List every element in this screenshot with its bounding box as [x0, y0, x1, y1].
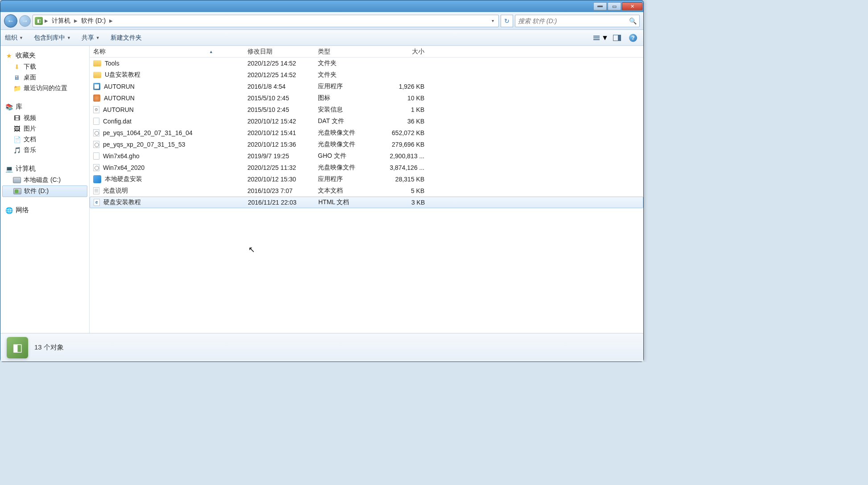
- maximize-button[interactable]: ▭: [608, 2, 621, 10]
- file-date: 2015/5/10 2:45: [244, 106, 314, 113]
- iso-icon: [93, 129, 99, 136]
- address-bar[interactable]: ◧ ▶ 计算机 ▶ 软件 (D:) ▶ ▾: [33, 15, 499, 27]
- sidebar-item-label: 音乐: [24, 146, 36, 154]
- favorites-group: ★收藏夹 ⬇下载 🖥桌面 📁最近访问的位置: [0, 49, 89, 94]
- file-date: 2020/10/12 15:42: [244, 118, 314, 125]
- file-name: 硬盘安装教程: [103, 198, 141, 206]
- file-name: 本地硬盘安装: [105, 175, 142, 183]
- file-row[interactable]: Config.dat2020/10/12 15:42DAT 文件36 KB: [90, 115, 643, 127]
- address-dropdown-icon[interactable]: ▾: [489, 18, 497, 23]
- file-row[interactable]: pe_yqs_xp_20_07_31_15_532020/10/12 15:36…: [90, 139, 643, 150]
- search-input[interactable]: [518, 17, 629, 25]
- file-row[interactable]: 本地硬盘安装2020/10/12 15:30应用程序28,315 KB: [90, 173, 643, 185]
- preview-pane-button[interactable]: [611, 33, 623, 43]
- iso-icon: [93, 141, 99, 148]
- column-header-name[interactable]: 名称▲: [90, 48, 244, 56]
- refresh-icon: ↻: [504, 17, 510, 25]
- refresh-button[interactable]: ↻: [501, 15, 513, 27]
- folder-icon: [93, 60, 101, 66]
- sidebar-item-recent[interactable]: 📁最近访问的位置: [0, 83, 89, 94]
- file-type: 光盘映像文件: [314, 129, 384, 137]
- file-row[interactable]: AUTORUN2015/5/10 2:45图标10 KB: [90, 92, 643, 104]
- close-button[interactable]: ✕: [622, 2, 642, 10]
- file-size: 3 KB: [384, 199, 429, 206]
- column-date-label: 修改日期: [247, 48, 272, 55]
- file-name: Config.dat: [103, 118, 132, 125]
- file-size: 2,900,813 ...: [384, 152, 428, 160]
- sidebar-item-label: 文档: [24, 136, 36, 144]
- file-list-area[interactable]: 名称▲ 修改日期 类型 大小 Tools2020/12/25 14:52文件夹U…: [90, 46, 643, 333]
- column-header-size[interactable]: 大小: [384, 48, 428, 56]
- file-row[interactable]: 硬盘安装教程2016/11/21 22:03HTML 文档3 KB: [90, 197, 643, 208]
- exe-icon: [93, 83, 100, 90]
- column-headers: 名称▲ 修改日期 类型 大小: [90, 46, 643, 58]
- toolbar-include-in-library[interactable]: 包含到库中▼: [34, 34, 71, 42]
- favorites-header[interactable]: ★收藏夹: [0, 49, 89, 62]
- file-type: 文件夹: [314, 59, 384, 67]
- drive-icon: ◧: [35, 17, 43, 25]
- chevron-right-icon[interactable]: ▶: [74, 18, 78, 23]
- toolbar-organize-label: 组织: [5, 34, 17, 42]
- breadcrumb-drive[interactable]: 软件 (D:): [79, 17, 107, 25]
- preview-pane-icon: [613, 35, 621, 41]
- sidebar-item-documents[interactable]: 📄文档: [0, 134, 89, 145]
- file-icon: [93, 152, 99, 160]
- html-icon: [94, 199, 100, 206]
- sidebar-item-music[interactable]: 🎵音乐: [0, 145, 89, 156]
- file-row[interactable]: Tools2020/12/25 14:52文件夹: [90, 58, 643, 69]
- file-name: 光盘说明: [103, 187, 128, 195]
- view-mode-button[interactable]: ▼: [595, 33, 607, 43]
- toolbar-organize[interactable]: 组织▼: [5, 34, 23, 42]
- file-row[interactable]: Win7x64_20202020/12/25 11:32光盘映像文件3,874,…: [90, 162, 643, 173]
- file-date: 2020/12/25 11:32: [244, 164, 314, 171]
- toolbar-share[interactable]: 共享▼: [82, 34, 100, 42]
- column-header-type[interactable]: 类型: [314, 48, 384, 56]
- toolbar-new-folder[interactable]: 新建文件夹: [111, 34, 142, 42]
- chevron-right-icon[interactable]: ▶: [109, 18, 113, 23]
- file-type: 安装信息: [314, 106, 384, 114]
- drive-icon: [13, 177, 21, 183]
- file-row[interactable]: AUTORUN2015/5/10 2:45安装信息1 KB: [90, 104, 643, 115]
- computer-header[interactable]: 💻计算机: [0, 163, 89, 175]
- download-icon: ⬇: [13, 63, 21, 71]
- file-name: pe_yqs_xp_20_07_31_15_53: [103, 141, 185, 148]
- toolbar-include-label: 包含到库中: [34, 34, 65, 42]
- iso-icon: [93, 164, 99, 171]
- document-icon: 📄: [13, 136, 21, 144]
- file-row[interactable]: U盘安装教程2020/12/25 14:52文件夹: [90, 69, 643, 81]
- sidebar-item-drive-c[interactable]: 本地磁盘 (C:): [0, 175, 89, 185]
- file-type: 光盘映像文件: [314, 164, 384, 172]
- back-button[interactable]: ←: [4, 14, 17, 28]
- sidebar-item-videos[interactable]: 🎞视频: [0, 113, 89, 123]
- maximize-icon: ▭: [612, 4, 617, 9]
- chevron-right-icon[interactable]: ▶: [45, 18, 48, 23]
- minimize-button[interactable]: ➖: [593, 2, 607, 10]
- file-size: 652,072 KB: [384, 129, 428, 136]
- column-header-date[interactable]: 修改日期: [244, 48, 314, 56]
- file-size: 1,926 KB: [384, 83, 428, 90]
- network-group: 🌐网络: [0, 204, 89, 216]
- sidebar-item-drive-d[interactable]: 软件 (D:): [2, 185, 87, 197]
- search-icon[interactable]: 🔍: [629, 17, 637, 25]
- file-name: Tools: [105, 60, 119, 67]
- file-row[interactable]: AUTORUN2016/1/8 4:54应用程序1,926 KB: [90, 81, 643, 92]
- chevron-down-icon: ▼: [96, 36, 100, 40]
- chevron-down-icon: ▼: [67, 36, 71, 40]
- computer-label: 计算机: [16, 164, 36, 173]
- window-controls: ➖ ▭ ✕: [593, 2, 642, 10]
- search-box[interactable]: 🔍: [515, 15, 640, 27]
- sidebar-item-pictures[interactable]: 🖼图片: [0, 123, 89, 134]
- libraries-header[interactable]: 📚库: [0, 101, 89, 113]
- help-button[interactable]: ?: [627, 33, 639, 43]
- file-row[interactable]: pe_yqs_1064_20_07_31_16_042020/10/12 15:…: [90, 127, 643, 139]
- breadcrumb-computer[interactable]: 计算机: [50, 17, 72, 25]
- sidebar-item-desktop[interactable]: 🖥桌面: [0, 72, 89, 83]
- network-header[interactable]: 🌐网络: [0, 204, 89, 216]
- sidebar-item-downloads[interactable]: ⬇下载: [0, 62, 89, 72]
- sidebar-item-label: 最近访问的位置: [24, 84, 67, 92]
- file-row[interactable]: Win7x64.gho2019/9/7 19:25GHO 文件2,900,813…: [90, 150, 643, 162]
- file-date: 2019/9/7 19:25: [244, 152, 314, 160]
- file-rows-container: Tools2020/12/25 14:52文件夹U盘安装教程2020/12/25…: [90, 58, 643, 208]
- file-row[interactable]: 光盘说明2016/10/23 7:07文本文档5 KB: [90, 185, 643, 197]
- forward-button[interactable]: →: [19, 15, 31, 27]
